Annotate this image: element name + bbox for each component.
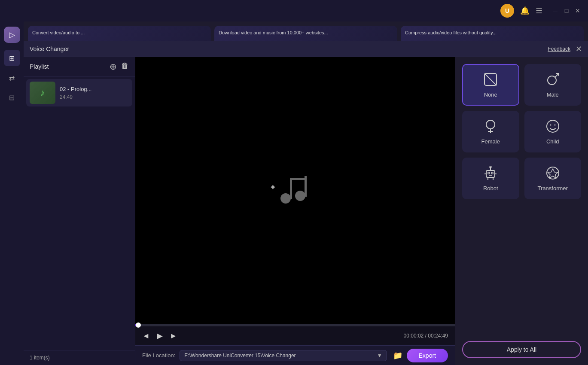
effects-grid: None Male	[462, 64, 581, 199]
file-location-bar: File Location: E:\Wondershare UniConvert…	[135, 345, 455, 365]
svg-rect-17	[488, 172, 490, 174]
delete-from-playlist-button[interactable]: 🗑	[121, 61, 129, 72]
file-location-label: File Location:	[142, 352, 175, 359]
play-button[interactable]: ▶	[157, 331, 163, 341]
none-icon	[483, 72, 498, 87]
playlist-item-name: 02 - Prolog...	[60, 86, 91, 92]
effect-none-label: None	[484, 91, 497, 98]
svg-point-1	[295, 191, 305, 201]
child-icon	[545, 119, 561, 134]
video-area: ✦	[135, 57, 455, 324]
app-topbar: U 🔔 ☰ ─ □ ✕	[0, 0, 588, 21]
music-icon-large	[274, 173, 317, 208]
playlist-item-info: 02 - Prolog... 24:49	[60, 86, 91, 100]
effect-child-label: Child	[546, 138, 559, 145]
effect-transformer-label: Transformer	[538, 185, 568, 192]
svg-line-6	[484, 73, 497, 85]
user-avatar: U	[500, 4, 514, 18]
close-window-button[interactable]: ✕	[574, 7, 581, 14]
svg-marker-27	[548, 169, 558, 178]
playlist-title: Playlist	[30, 63, 49, 70]
sidebar: ▷ ⊞ ⇄ ⊟	[0, 21, 24, 365]
svg-rect-18	[491, 172, 493, 174]
robot-icon	[483, 165, 498, 181]
feedback-link[interactable]: Feedback	[548, 46, 570, 52]
effect-female-label: Female	[481, 138, 500, 145]
effect-male-label: Male	[547, 91, 559, 98]
effect-child[interactable]: Child	[524, 111, 582, 152]
app-logo: ▷	[4, 27, 20, 43]
maximize-button[interactable]: □	[563, 7, 570, 14]
menu-icon[interactable]: ☰	[536, 6, 542, 15]
svg-point-12	[547, 120, 559, 132]
effect-female[interactable]: Female	[462, 111, 519, 152]
progress-handle[interactable]	[136, 322, 141, 328]
sidebar-item-home[interactable]: ⊞	[4, 50, 20, 66]
minimize-button[interactable]: ─	[552, 7, 559, 14]
apply-to-all-button[interactable]: Apply to All	[462, 341, 581, 358]
modal-header: Voice Changer Feedback ✕	[24, 41, 588, 57]
svg-point-9	[486, 120, 495, 129]
playlist-item-thumbnail: ♪	[30, 82, 55, 104]
home-icon: ⊞	[9, 54, 15, 62]
sidebar-item-tools[interactable]: ⊟	[4, 89, 20, 106]
sparkle-icon: ✦	[269, 182, 277, 192]
female-icon	[483, 119, 498, 134]
topbar-icons: U 🔔 ☰	[500, 4, 542, 18]
dropdown-arrow-icon[interactable]: ▼	[377, 353, 382, 359]
item-count: 1 item(s)	[30, 355, 50, 361]
svg-point-14	[554, 125, 555, 126]
male-icon	[545, 72, 561, 87]
playlist-footer: 1 item(s)	[24, 350, 135, 365]
svg-point-0	[280, 193, 291, 204]
add-to-playlist-button[interactable]: ⊕	[110, 61, 117, 72]
svg-line-8	[555, 73, 559, 77]
svg-point-13	[550, 125, 551, 126]
playlist-panel: Playlist ⊕ 🗑 ♪ 02 - Prolog... 24:49	[24, 57, 135, 365]
effect-transformer[interactable]: Transformer	[524, 158, 582, 199]
file-location-path: E:\Wondershare UniConverter 15\Voice Cha…	[184, 353, 296, 359]
folder-browse-button[interactable]: 📁	[393, 351, 402, 360]
forward-button[interactable]: ►	[170, 332, 177, 341]
effect-robot-label: Robot	[483, 185, 498, 192]
modal-body: Playlist ⊕ 🗑 ♪ 02 - Prolog... 24:49	[24, 57, 588, 365]
tools-icon: ⊟	[9, 94, 15, 102]
transformer-icon	[545, 165, 561, 181]
playback-controls: ◄ ▶ ►	[142, 331, 177, 341]
playlist-item-duration: 24:49	[60, 94, 91, 100]
controls-bar: ◄ ▶ ► 00:00:02 / 00:24:49	[135, 326, 455, 345]
file-location-input-wrapper[interactable]: E:\Wondershare UniConverter 15\Voice Cha…	[180, 350, 387, 361]
window-controls: ─ □ ✕	[552, 7, 581, 14]
svg-rect-16	[486, 170, 495, 177]
modal-close-button[interactable]: ✕	[576, 45, 582, 53]
playlist-items: ♪ 02 - Prolog... 24:49	[24, 76, 135, 350]
playlist-header: Playlist ⊕ 🗑	[24, 57, 135, 76]
progress-bar[interactable]	[135, 324, 455, 326]
playlist-actions: ⊕ 🗑	[110, 61, 129, 72]
effect-robot[interactable]: Robot	[462, 158, 519, 199]
sidebar-item-convert[interactable]: ⇄	[4, 70, 20, 86]
music-note-icon: ♪	[40, 87, 45, 98]
export-button[interactable]: Export	[407, 349, 448, 362]
playlist-item[interactable]: ♪ 02 - Prolog... 24:49	[26, 79, 132, 106]
effects-panel: None Male	[455, 57, 588, 365]
time-display: 00:00:02 / 00:24:49	[404, 333, 448, 339]
voice-changer-modal: Voice Changer Feedback ✕ Playlist ⊕ 🗑 ♪	[24, 41, 588, 365]
convert-icon: ⇄	[9, 74, 15, 82]
svg-rect-2	[290, 178, 292, 199]
modal-title: Voice Changer	[30, 46, 69, 52]
effect-male[interactable]: Male	[524, 64, 582, 106]
effect-none[interactable]: None	[462, 64, 519, 106]
main-content: ✦	[135, 57, 455, 365]
rewind-button[interactable]: ◄	[142, 332, 150, 341]
bell-icon[interactable]: 🔔	[520, 6, 530, 15]
modal-header-right: Feedback ✕	[548, 45, 582, 53]
svg-rect-4	[290, 178, 307, 180]
